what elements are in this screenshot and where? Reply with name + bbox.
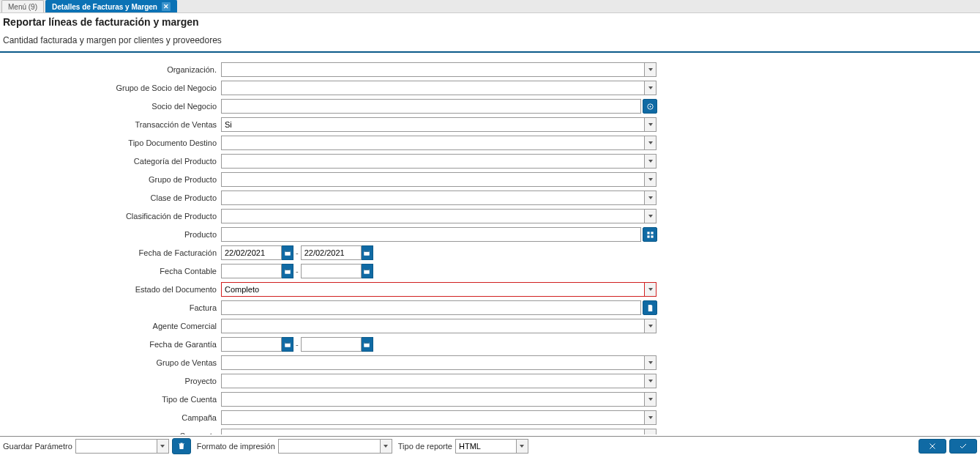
fecha-facturacion-from-input[interactable] xyxy=(221,245,282,260)
form-scroll-viewport[interactable]: Organización. Grupo de Socio del Negocio… xyxy=(0,55,980,434)
grid-icon xyxy=(646,231,654,239)
svg-rect-3 xyxy=(651,232,653,234)
document-icon xyxy=(646,304,654,312)
transaccion-ventas-dropdown-button[interactable] xyxy=(645,117,657,132)
tab-close-icon[interactable]: ✕ xyxy=(162,2,171,11)
label-clase-producto: Clase de Producto xyxy=(0,193,221,202)
clase-producto-input[interactable] xyxy=(221,190,645,205)
proyecto-dropdown-button[interactable] xyxy=(645,374,657,388)
fecha-contable-to-calendar-button[interactable] xyxy=(362,264,373,278)
svg-point-1 xyxy=(649,106,651,107)
page-subtitle: Cantidad facturada y margen por clientes… xyxy=(3,35,977,45)
factura-input[interactable] xyxy=(221,300,641,315)
label-fecha-garantia: Fecha de Garantía xyxy=(0,340,221,349)
tab-active-label: Detalles de Facturas y Margen xyxy=(52,3,157,11)
label-tipo-doc-destino: Tipo Documento Destino xyxy=(0,138,221,147)
svg-rect-9 xyxy=(364,251,370,252)
guardar-parametro-input[interactable] xyxy=(75,439,157,454)
svg-rect-11 xyxy=(285,269,291,270)
label-organizacion: Organización. xyxy=(0,65,221,74)
campana-input[interactable] xyxy=(221,410,645,425)
fecha-facturacion-to-input[interactable] xyxy=(301,245,362,260)
guardar-parametro-dropdown-button[interactable] xyxy=(157,439,169,454)
tab-menu[interactable]: Menú (9) xyxy=(1,0,44,12)
tab-bar: Menú (9) Detalles de Facturas y Margen ✕ xyxy=(0,0,980,13)
grupo-ventas-dropdown-button[interactable] xyxy=(645,355,657,370)
segmento-input[interactable] xyxy=(221,429,645,434)
label-socio: Socio del Negocio xyxy=(0,102,221,111)
organizacion-dropdown-button[interactable] xyxy=(645,62,657,77)
calendar-icon xyxy=(363,267,370,275)
label-categoria-producto: Categoría del Producto xyxy=(0,157,221,166)
grupo-ventas-input[interactable] xyxy=(221,355,645,370)
label-tipo-cuenta: Tipo de Cuenta xyxy=(0,395,221,404)
transaccion-ventas-input[interactable] xyxy=(221,117,645,132)
label-agente-comercial: Agente Comercial xyxy=(0,322,221,330)
segmento-dropdown-button[interactable] xyxy=(645,429,657,434)
tipo-reporte-input[interactable] xyxy=(455,439,517,454)
svg-rect-4 xyxy=(647,235,649,237)
check-icon xyxy=(958,442,968,451)
categoria-producto-dropdown-button[interactable] xyxy=(645,154,657,169)
campana-dropdown-button[interactable] xyxy=(645,410,657,425)
factura-lookup-button[interactable] xyxy=(643,300,657,315)
producto-input[interactable] xyxy=(221,227,641,242)
agente-comercial-input[interactable] xyxy=(221,319,645,333)
fecha-contable-from-input[interactable] xyxy=(221,264,282,278)
grupo-socio-input[interactable] xyxy=(221,81,645,95)
agente-comercial-dropdown-button[interactable] xyxy=(645,319,657,333)
close-icon xyxy=(927,442,938,451)
calendar-icon xyxy=(284,249,291,256)
calendar-icon xyxy=(284,267,291,275)
delete-parameter-button[interactable] xyxy=(172,438,191,454)
fecha-facturacion-to-calendar-button[interactable] xyxy=(362,245,373,260)
title-area: Reportar líneas de facturación y margen … xyxy=(0,13,980,53)
clasificacion-producto-input[interactable] xyxy=(221,209,645,223)
label-grupo-socio: Grupo de Socio del Negocio xyxy=(0,84,221,92)
tipo-cuenta-input[interactable] xyxy=(221,392,645,407)
categoria-producto-input[interactable] xyxy=(221,154,645,169)
socio-lookup-button[interactable] xyxy=(643,99,657,114)
parameter-form: Organización. Grupo de Socio del Negocio… xyxy=(0,55,980,434)
fecha-facturacion-from-calendar-button[interactable] xyxy=(282,245,293,260)
grupo-producto-input[interactable] xyxy=(221,172,645,187)
tipo-cuenta-dropdown-button[interactable] xyxy=(645,392,657,407)
tipo-doc-destino-dropdown-button[interactable] xyxy=(645,136,657,150)
estado-documento-input[interactable] xyxy=(221,282,645,297)
label-estado-documento: Estado del Documento xyxy=(0,285,221,294)
label-transaccion-ventas: Transacción de Ventas xyxy=(0,120,221,129)
fecha-contable-to-input[interactable] xyxy=(301,264,362,278)
fecha-contable-from-calendar-button[interactable] xyxy=(282,264,293,278)
grupo-producto-dropdown-button[interactable] xyxy=(645,172,657,187)
cancel-button[interactable] xyxy=(919,439,946,454)
formato-impresion-input[interactable] xyxy=(278,439,381,454)
formato-impresion-dropdown-button[interactable] xyxy=(381,439,392,454)
label-producto: Producto xyxy=(0,230,221,239)
tab-detalles-facturas[interactable]: Detalles de Facturas y Margen ✕ xyxy=(45,0,177,12)
fecha-garantia-from-calendar-button[interactable] xyxy=(282,337,293,352)
svg-rect-13 xyxy=(364,269,370,270)
clasificacion-producto-dropdown-button[interactable] xyxy=(645,209,657,223)
producto-lookup-button[interactable] xyxy=(643,227,657,242)
fecha-garantia-from-input[interactable] xyxy=(221,337,282,352)
date-separator: - xyxy=(293,340,301,349)
clase-producto-dropdown-button[interactable] xyxy=(645,190,657,205)
svg-rect-7 xyxy=(285,251,291,252)
label-segmento: Segmento xyxy=(0,432,221,434)
socio-input[interactable] xyxy=(221,99,641,114)
calendar-icon xyxy=(363,249,370,256)
ok-button[interactable] xyxy=(949,439,977,454)
label-grupo-producto: Grupo de Producto xyxy=(0,175,221,184)
tipo-reporte-dropdown-button[interactable] xyxy=(517,439,528,454)
target-icon xyxy=(646,103,654,111)
grupo-socio-dropdown-button[interactable] xyxy=(645,81,657,95)
proyecto-input[interactable] xyxy=(221,374,645,388)
label-grupo-ventas: Grupo de Ventas xyxy=(0,358,221,367)
fecha-garantia-to-input[interactable] xyxy=(301,337,362,352)
fecha-garantia-to-calendar-button[interactable] xyxy=(362,337,373,352)
organizacion-input[interactable] xyxy=(221,62,645,77)
label-clasificacion-producto: Clasificación de Producto xyxy=(0,212,221,221)
label-fecha-facturacion: Fecha de Facturación xyxy=(0,248,221,257)
tipo-doc-destino-input[interactable] xyxy=(221,136,645,150)
estado-documento-dropdown-button[interactable] xyxy=(645,282,657,297)
